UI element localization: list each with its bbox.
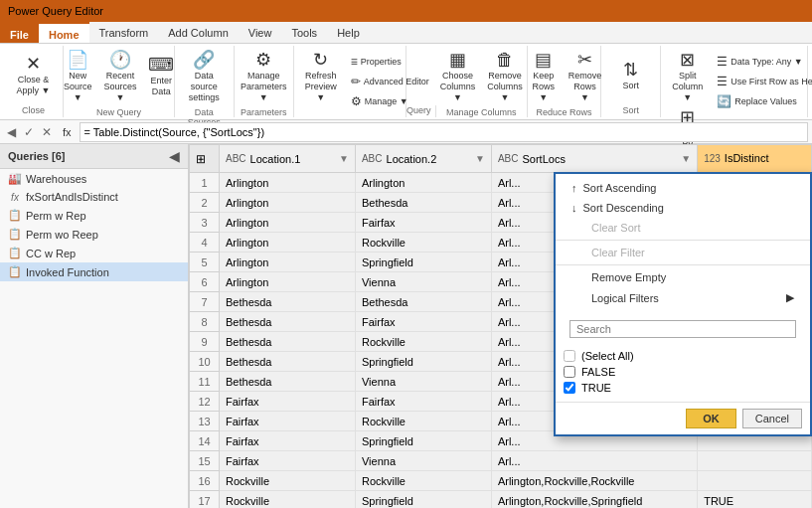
- filter-ok-button[interactable]: OK: [686, 409, 736, 428]
- tab-file[interactable]: File: [0, 22, 39, 43]
- formula-input[interactable]: [80, 122, 808, 142]
- queries-panel: Queries [6] ◀ 🏭 Warehouses fx fxSortAndI…: [0, 144, 189, 508]
- tab-view[interactable]: View: [239, 22, 282, 43]
- choose-columns-icon: ▦: [449, 51, 466, 69]
- col-sortlocs-label: SortLocs: [522, 153, 565, 165]
- row-num-cell: 10: [190, 352, 220, 372]
- table-row[interactable]: 15FairfaxViennaArl...: [190, 451, 812, 471]
- close-apply-button[interactable]: ✕ Close &Apply ▼: [12, 52, 56, 99]
- choose-columns-label: ChooseColumns ▼: [440, 71, 476, 102]
- location1-filter-icon[interactable]: ▼: [339, 153, 349, 164]
- ribbon-group-reduce-rows: ▤ KeepRows ▼ ✂ RemoveRows ▼ Reduce Rows: [528, 46, 601, 117]
- location2-filter-icon[interactable]: ▼: [475, 153, 485, 164]
- queries-title: Queries [6]: [8, 150, 65, 162]
- tab-help[interactable]: Help: [327, 22, 370, 43]
- filter-separator-2: [556, 264, 810, 265]
- query-item-invoked-function[interactable]: 📋 Invoked Function: [0, 262, 188, 281]
- location1-cell: Rockville: [220, 471, 356, 491]
- select-all-checkbox[interactable]: [564, 350, 575, 362]
- sortlocs-filter-icon[interactable]: ▼: [681, 153, 691, 164]
- sortlocs-cell: Arlington,Rockville,Rockville: [491, 471, 697, 491]
- logical-filters-label: Logical Filters: [591, 292, 659, 304]
- perm-w-rep-icon: 📋: [8, 209, 22, 222]
- sortlocs-cell: Arl...: [491, 451, 697, 471]
- remove-columns-label: RemoveColumns ▼: [487, 71, 523, 102]
- query-cc-w-rep-label: CC w Rep: [26, 248, 76, 259]
- logical-filters-item[interactable]: Logical Filters ▶: [556, 287, 810, 308]
- location2-cell: Fairfax: [355, 312, 491, 332]
- data-source-settings-button[interactable]: 🔗 Data sourcesettings: [181, 48, 228, 105]
- filter-menu-items: ↑ Sort Ascending ↓ Sort Descending Clear…: [556, 174, 810, 312]
- tab-tools[interactable]: Tools: [281, 22, 327, 43]
- tab-transform[interactable]: Transform: [89, 22, 159, 43]
- false-checkbox[interactable]: [564, 366, 575, 378]
- filter-cancel-button[interactable]: Cancel: [742, 409, 802, 428]
- close-apply-label: Close &Apply ▼: [17, 75, 51, 96]
- ribbon: File Home Transform Add Column View Tool…: [0, 22, 812, 120]
- refresh-icon: ↻: [313, 51, 328, 69]
- filter-search-input[interactable]: [569, 320, 796, 338]
- query-item-perm-wo-reep[interactable]: 📋 Perm wo Reep: [0, 225, 188, 244]
- query-item-warehouses[interactable]: 🏭 Warehouses: [0, 169, 188, 188]
- remove-rows-button[interactable]: ✂ RemoveRows ▼: [566, 48, 605, 105]
- advanced-editor-button[interactable]: ✏ Advanced Editor: [346, 73, 434, 90]
- refresh-preview-button[interactable]: ↻ RefreshPreview ▼: [300, 48, 342, 105]
- location1-cell: Arlington: [220, 213, 356, 233]
- enter-data-button[interactable]: ⌨ EnterData: [143, 53, 179, 100]
- location2-cell: Fairfax: [355, 392, 491, 412]
- collapse-queries-icon[interactable]: ◀: [169, 148, 180, 164]
- close-icon: ✕: [26, 55, 41, 73]
- recent-sources-button[interactable]: 🕐 RecentSources ▼: [99, 48, 141, 105]
- query-item-cc-w-rep[interactable]: 📋 CC w Rep: [0, 244, 188, 262]
- sort-ascending-item[interactable]: ↑ Sort Ascending: [556, 178, 810, 198]
- query-item-perm-w-rep[interactable]: 📋 Perm w Rep: [0, 206, 188, 225]
- table-row[interactable]: 16RockvilleRockvilleArlington,Rockville,…: [190, 471, 812, 491]
- location1-cell: Bethesda: [220, 352, 356, 372]
- data-type-button[interactable]: ☰ Data Type: Any ▼: [712, 53, 812, 71]
- true-checkbox[interactable]: [564, 382, 575, 394]
- row-num-cell: 5: [190, 253, 220, 272]
- tab-add-column[interactable]: Add Column: [158, 22, 239, 43]
- data-source-label: Data sourcesettings: [186, 71, 223, 102]
- checkbox-true[interactable]: TRUE: [564, 380, 802, 396]
- manage-columns-group-label: Manage Columns: [446, 105, 517, 117]
- choose-columns-button[interactable]: ▦ ChooseColumns ▼: [435, 48, 481, 105]
- select-all-label: (Select All): [581, 350, 634, 362]
- nav-check-icon[interactable]: ✓: [21, 124, 37, 140]
- checkbox-select-all[interactable]: (Select All): [564, 348, 802, 364]
- split-column-button[interactable]: ⊠ SplitColumn ▼: [667, 48, 708, 105]
- row-num-cell: 1: [190, 173, 220, 193]
- keep-rows-button[interactable]: ▤ KeepRows ▼: [524, 48, 564, 105]
- location2-cell: Rockville: [355, 332, 491, 352]
- manage-parameters-button[interactable]: ⚙ ManageParameters ▼: [236, 48, 292, 105]
- query-perm-wo-reep-label: Perm wo Reep: [26, 229, 98, 241]
- use-first-row-button[interactable]: ☰ Use First Row as Headers ▼: [712, 73, 812, 90]
- new-source-button[interactable]: 📄 NewSource ▼: [59, 48, 97, 105]
- remove-empty-item[interactable]: Remove Empty: [556, 267, 810, 287]
- location1-cell: Bethesda: [220, 292, 356, 312]
- advanced-editor-label: Advanced Editor: [364, 77, 429, 86]
- properties-button[interactable]: ≡ Properties: [346, 53, 434, 71]
- checkbox-false[interactable]: FALSE: [564, 364, 802, 380]
- ribbon-group-data-sources: 🔗 Data sourcesettings Data Sources: [175, 46, 235, 117]
- clear-sort-item: Clear Sort: [556, 218, 810, 238]
- nav-x-icon[interactable]: ✕: [39, 124, 55, 140]
- replace-values-button[interactable]: 🔄 Replace Values: [712, 92, 812, 110]
- query-item-fx[interactable]: fx fxSortAndIsDistinct: [0, 188, 188, 206]
- use-first-row-icon: ☰: [717, 75, 728, 88]
- location2-cell: Rockville: [355, 412, 491, 431]
- data-area: ⊞ ABC Location.1 ▼ ABC: [189, 144, 812, 508]
- table-row[interactable]: 17RockvilleSpringfieldArlington,Rockvill…: [190, 491, 812, 509]
- row-num-cell: 14: [190, 431, 220, 451]
- row-num-cell: 6: [190, 272, 220, 292]
- isdistinct-filter-icon[interactable]: ▼: [795, 153, 805, 164]
- row-num-cell: 13: [190, 412, 220, 431]
- sort-descending-item[interactable]: ↓ Sort Descending: [556, 198, 810, 218]
- location1-cell: Arlington: [220, 253, 356, 272]
- location1-cell: Bethesda: [220, 312, 356, 332]
- remove-columns-button[interactable]: 🗑 RemoveColumns ▼: [482, 48, 528, 105]
- sort-button[interactable]: ⇅ Sort: [613, 58, 649, 94]
- tab-home[interactable]: Home: [39, 22, 89, 43]
- nav-back-icon[interactable]: ◀: [4, 124, 19, 140]
- formula-nav: ◀ ✓ ✕: [4, 124, 55, 140]
